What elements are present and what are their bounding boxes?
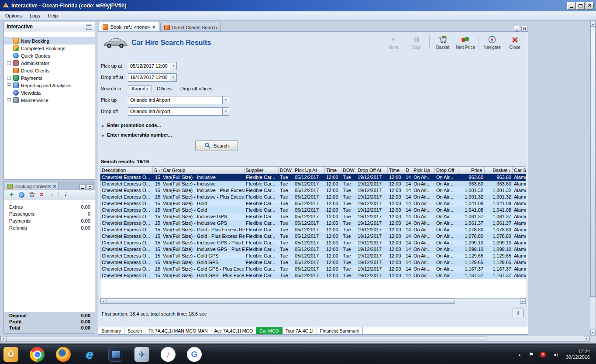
sheet-tab[interactable]: Search	[124, 327, 145, 334]
result-row[interactable]: Chevrolet Express O... 15 Van(Full Size)…	[100, 272, 526, 279]
result-row[interactable]: Chevrolet Express O... 15 Van(Full Size)…	[100, 266, 526, 272]
close-search-button[interactable]: Close	[504, 34, 525, 50]
column-header[interactable]: Pick Up At	[293, 167, 325, 174]
pick-up-at-input[interactable]: 05/12/2017 12:00	[128, 62, 177, 70]
sidebar-item[interactable]: New Booking	[4, 37, 95, 45]
column-header[interactable]: Pick Up	[412, 167, 435, 174]
sidebar-item[interactable]: Maintenance	[4, 96, 95, 104]
tray-icon[interactable]	[516, 352, 523, 357]
taskbar-app-icon[interactable]	[161, 347, 176, 362]
result-row[interactable]: Chevrolet Express O... 15 Van(Full Size)…	[100, 240, 526, 246]
basket-button[interactable]: Basket	[432, 34, 453, 50]
taskbar-app-icon[interactable]	[82, 347, 97, 362]
result-row[interactable]: Chevrolet Express O... 15 Van(Full Size)…	[100, 181, 526, 187]
result-row[interactable]: Chevrolet Express O... 15 Van(Full Size)…	[100, 194, 526, 200]
sheet-tab[interactable]: Car MCO	[256, 327, 282, 334]
taskbar-app-icon[interactable]	[3, 347, 18, 362]
close-button[interactable]	[586, 2, 594, 10]
column-header[interactable]: D	[404, 167, 412, 174]
tray-icon[interactable]	[551, 352, 558, 357]
sidebar-item[interactable]: Administrator	[4, 59, 95, 67]
sidebar-item[interactable]: Direct Clients	[4, 67, 95, 74]
maximize-button[interactable]	[576, 2, 585, 10]
close-panel-icon[interactable]	[53, 183, 56, 189]
vertical-scrollbar[interactable]: ▲ ▼	[590, 21, 596, 336]
maximize-pane-icon[interactable]	[87, 184, 93, 190]
scrollbar-track[interactable]	[455, 299, 520, 304]
globe-icon[interactable]	[18, 191, 25, 198]
scrollbar-thumb[interactable]	[590, 27, 596, 297]
dropdown-arrow-icon[interactable]	[170, 62, 176, 70]
column-header[interactable]: Drop Off	[435, 167, 458, 174]
result-row[interactable]: Chevrolet Express O... 15 Van(Full Size)…	[100, 233, 526, 240]
tray-icon[interactable]	[528, 351, 535, 358]
column-header[interactable]: Supplier	[245, 167, 279, 174]
sidebar-item[interactable]: Viewdata	[4, 89, 95, 96]
search-button[interactable]: Search	[195, 140, 238, 151]
column-header[interactable]: Time	[325, 167, 341, 174]
result-row[interactable]: Chevrolet Express O... 15 Van(Full Size)…	[100, 187, 526, 194]
sheet-tab[interactable]: Summary	[98, 327, 124, 334]
dropdown-arrow-icon[interactable]	[222, 96, 229, 104]
minimize-button[interactable]	[567, 2, 575, 10]
column-header[interactable]: DOW	[279, 167, 293, 174]
drop-off-select[interactable]: Orlando Intl Airport	[128, 107, 229, 116]
scroll-right-icon[interactable]: ►	[520, 299, 526, 304]
sidebar-item[interactable]: Reporting and Analytics	[4, 82, 95, 89]
pick-up-select[interactable]: Orlando Intl Airport	[128, 96, 229, 104]
result-row[interactable]: Chevrolet Express O... 15 Van(Full Size)…	[100, 200, 526, 207]
info-icon[interactable]	[62, 191, 69, 198]
tray-icon[interactable]	[540, 351, 547, 357]
scroll-right-icon[interactable]: ►	[584, 336, 589, 341]
result-row[interactable]: Chevrolet Express O... 15 Van(Full Size)…	[100, 220, 526, 227]
column-header[interactable]: DOW	[341, 167, 356, 174]
sidebar-item[interactable]: Quick Quotes	[4, 52, 95, 59]
result-row[interactable]: Chevrolet Express O... 15 Van(Full Size)…	[100, 213, 526, 220]
menu-item[interactable]: Logs	[26, 12, 44, 19]
column-header[interactable]: Drop Off At	[356, 167, 388, 174]
column-header[interactable]: Car Group	[162, 167, 245, 174]
menu-item[interactable]: Options	[1, 12, 26, 19]
search-in-option[interactable]: Offices	[153, 85, 175, 92]
sheet-tab[interactable]: Flt 7A,4C,1I MAN MCO MAN	[145, 327, 211, 334]
minimize-pane-icon[interactable]	[514, 26, 520, 31]
scrollbar-track[interactable]	[486, 336, 584, 341]
sheet-tab[interactable]: Financial Summary	[317, 327, 363, 334]
menu-item[interactable]: Help	[44, 12, 62, 19]
taskbar-app-icon[interactable]	[56, 347, 71, 362]
scroll-up-icon[interactable]: ▲	[590, 21, 596, 27]
scroll-down-icon[interactable]: ▼	[590, 330, 596, 335]
column-header[interactable]: Car Su	[513, 167, 526, 174]
sidebar-item[interactable]: Completed Bookings	[4, 45, 95, 52]
expand-icon[interactable]	[7, 98, 11, 102]
scroll-left-icon[interactable]: ◄	[100, 299, 106, 304]
tab-booking-ref[interactable]: Book. ref.: <none>	[99, 22, 159, 31]
scrollbar-track[interactable]	[590, 297, 596, 330]
column-header[interactable]: Time	[388, 167, 404, 174]
result-row[interactable]: Chevrolet Express O... 15 Van(Full Size)…	[100, 174, 526, 181]
sidebar-item[interactable]: Payments	[4, 74, 95, 82]
scrollbar-thumb[interactable]	[106, 299, 455, 304]
column-header-icon[interactable]	[158, 168, 161, 173]
expand-icon[interactable]	[7, 83, 11, 87]
dropdown-arrow-icon[interactable]	[222, 108, 229, 115]
export-icon[interactable]	[48, 191, 55, 198]
scroll-left-icon[interactable]: ◄	[0, 336, 6, 341]
collapse-sidebar-icon[interactable]	[86, 24, 92, 30]
column-header[interactable]: S	[153, 167, 162, 174]
clock[interactable]: 17:24 30/12/2016	[563, 349, 593, 360]
result-row[interactable]: Chevrolet Express O... 15 Van(Full Size)…	[100, 259, 526, 266]
sheet-tab[interactable]: Tour 7A,4C,1I	[282, 327, 317, 334]
horizontal-scrollbar[interactable]: ◄ ►	[0, 336, 590, 342]
column-header-icon[interactable]	[508, 168, 511, 173]
sheet-tab[interactable]: Acc 7A,4C,1I MCO	[211, 327, 257, 334]
promotion-code-expander[interactable]: Enter promotion code...	[102, 122, 161, 129]
booking-contents-tab[interactable]: Booking contents	[5, 182, 59, 190]
dropdown-arrow-icon[interactable]	[170, 74, 176, 81]
titlebar[interactable]: Interactive - Ocean-Florida (code: wR9yj…	[0, 0, 596, 11]
column-header[interactable]: Description	[100, 167, 153, 174]
delete-icon[interactable]	[38, 191, 45, 198]
membership-number-expander[interactable]: Enter membership number...	[102, 131, 172, 138]
taskbar-app-icon[interactable]	[187, 347, 202, 362]
column-header[interactable]: Basket	[485, 167, 513, 174]
